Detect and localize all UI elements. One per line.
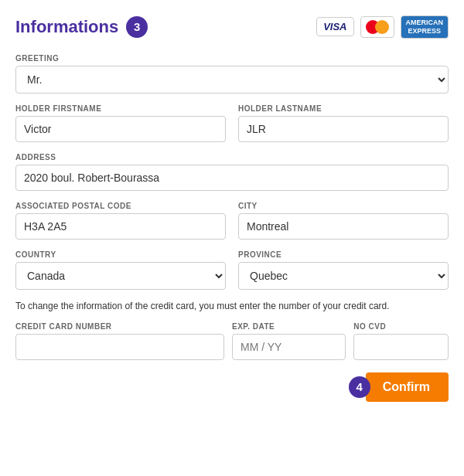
header: Informations 3 VISA AMERICAN EXPRESS — [15, 15, 449, 39]
info-text: To change the information of the credit … — [15, 301, 449, 311]
confirm-btn-wrapper: 4 Confirm — [360, 372, 449, 402]
province-group: PROVINCE Quebec Ontario British Columbia… — [238, 250, 449, 290]
city-label: CITY — [238, 202, 449, 210]
postal-input[interactable] — [15, 213, 226, 240]
card-logos: VISA AMERICAN EXPRESS — [316, 15, 449, 39]
city-input[interactable] — [238, 213, 449, 240]
mastercard-logo — [360, 16, 394, 38]
credit-card-row: CREDIT CARD NUMBER EXP. DATE NO CVD — [15, 322, 449, 360]
country-province-row: COUNTRY Canada USA France PROVINCE Quebe… — [15, 250, 449, 290]
firstname-group: HOLDER FIRSTNAME — [15, 104, 226, 142]
cvd-input[interactable] — [353, 334, 449, 360]
postal-group: ASSOCIATED POSTAL CODE — [15, 202, 226, 240]
exp-date-input[interactable] — [232, 334, 346, 360]
visa-logo: VISA — [316, 17, 353, 36]
greeting-row: GREETING Mr. Mrs. Ms. Dr. — [15, 54, 449, 94]
confirm-step-badge: 4 — [349, 376, 370, 398]
postal-city-row: ASSOCIATED POSTAL CODE CITY — [15, 202, 449, 240]
country-label: COUNTRY — [15, 250, 226, 259]
lastname-input[interactable] — [238, 116, 449, 142]
confirm-row: 4 Confirm — [15, 372, 449, 402]
city-group: CITY — [238, 202, 449, 240]
amex-logo: AMERICAN EXPRESS — [401, 15, 449, 39]
page-title: Informations — [15, 17, 118, 37]
greeting-label: GREETING — [15, 54, 449, 63]
step-badge: 3 — [126, 16, 148, 38]
country-group: COUNTRY Canada USA France — [15, 250, 226, 290]
address-group: ADDRESS — [15, 153, 449, 191]
cvd-group: NO CVD — [353, 322, 449, 360]
confirm-button[interactable]: Confirm — [366, 372, 449, 402]
credit-card-label: CREDIT CARD NUMBER — [15, 322, 224, 331]
address-label: ADDRESS — [15, 153, 449, 162]
credit-card-input[interactable] — [15, 334, 224, 360]
cvd-label: NO CVD — [353, 322, 449, 331]
greeting-select[interactable]: Mr. Mrs. Ms. Dr. — [15, 66, 449, 94]
lastname-group: HOLDER LASTNAME — [238, 104, 449, 142]
exp-date-group: EXP. DATE — [232, 322, 346, 360]
postal-label: ASSOCIATED POSTAL CODE — [15, 202, 226, 210]
greeting-group: GREETING Mr. Mrs. Ms. Dr. — [15, 54, 449, 94]
header-left: Informations 3 — [15, 16, 148, 38]
province-select[interactable]: Quebec Ontario British Columbia Alberta — [238, 262, 449, 290]
exp-date-label: EXP. DATE — [232, 322, 346, 331]
holder-name-row: HOLDER FIRSTNAME HOLDER LASTNAME — [15, 104, 449, 142]
firstname-input[interactable] — [15, 116, 226, 142]
firstname-label: HOLDER FIRSTNAME — [15, 104, 226, 113]
credit-card-group: CREDIT CARD NUMBER — [15, 322, 224, 360]
country-select[interactable]: Canada USA France — [15, 262, 226, 290]
address-row: ADDRESS — [15, 153, 449, 191]
province-label: PROVINCE — [238, 250, 449, 259]
lastname-label: HOLDER LASTNAME — [238, 104, 449, 113]
address-input[interactable] — [15, 165, 449, 191]
